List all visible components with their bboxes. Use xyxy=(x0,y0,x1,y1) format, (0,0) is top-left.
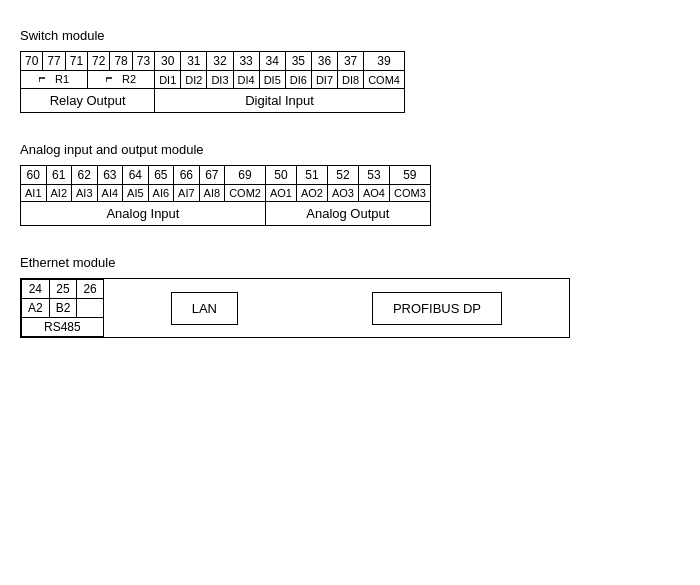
ai3-cell: AI3 xyxy=(72,185,98,202)
cell-34: 34 xyxy=(259,52,285,71)
di5-cell: DI5 xyxy=(259,71,285,89)
ai2-cell: AI2 xyxy=(46,185,72,202)
relay-r2-cell: R2 xyxy=(88,71,155,89)
analog-row3: Analog Input Analog Output xyxy=(21,202,431,226)
cell-37: 37 xyxy=(338,52,364,71)
eth-row2: A2 B2 xyxy=(22,299,103,318)
analog-row2: AI1 AI2 AI3 AI4 AI5 AI6 AI7 AI8 COM2 AO1… xyxy=(21,185,431,202)
ao2-cell: AO2 xyxy=(296,185,327,202)
rs485-label: RS485 xyxy=(22,318,103,337)
com3-cell: COM3 xyxy=(389,185,430,202)
ethernet-module-title: Ethernet module xyxy=(20,255,680,270)
ao3-cell: AO3 xyxy=(327,185,358,202)
lan-box: LAN xyxy=(171,292,238,325)
ai5-cell: AI5 xyxy=(123,185,149,202)
analog-module-title: Analog input and output module xyxy=(20,142,680,157)
switch-row2: R1 R2 DI1 DI2 DI3 DI4 DI5 DI6 DI7 DI8 CO… xyxy=(21,71,405,89)
cell-73: 73 xyxy=(132,52,154,71)
ethernet-right-area: LAN PROFIBUS DP xyxy=(104,279,569,337)
cell-52: 52 xyxy=(327,166,358,185)
di1-cell: DI1 xyxy=(155,71,181,89)
cell-25: 25 xyxy=(49,280,77,299)
cell-32: 32 xyxy=(207,52,233,71)
cell-64: 64 xyxy=(123,166,149,185)
ai1-cell: AI1 xyxy=(21,185,47,202)
ethernet-module-section: Ethernet module 24 25 26 A2 B2 RS485 xyxy=(20,255,680,338)
com4-cell: COM4 xyxy=(364,71,405,89)
cell-33: 33 xyxy=(233,52,259,71)
com2-cell: COM2 xyxy=(225,185,266,202)
cell-72: 72 xyxy=(88,52,110,71)
ethernet-outer-box: 24 25 26 A2 B2 RS485 LAN PROFIBUS DP xyxy=(20,278,570,338)
cell-61: 61 xyxy=(46,166,72,185)
cell-77: 77 xyxy=(43,52,65,71)
di3-cell: DI3 xyxy=(207,71,233,89)
switch-module-table-wrapper: 70 77 71 72 78 73 30 31 32 33 34 35 36 3… xyxy=(20,51,405,119)
cell-62: 62 xyxy=(72,166,98,185)
cell-51: 51 xyxy=(296,166,327,185)
analog-module-table: 60 61 62 63 64 65 66 67 69 50 51 52 53 5… xyxy=(20,165,431,226)
eth-row3: RS485 xyxy=(22,318,103,337)
relay-output-label: Relay Output xyxy=(21,89,155,113)
relay-r1-cell: R1 xyxy=(21,71,88,89)
analog-row1: 60 61 62 63 64 65 66 67 69 50 51 52 53 5… xyxy=(21,166,431,185)
cell-35: 35 xyxy=(285,52,311,71)
cell-63: 63 xyxy=(97,166,123,185)
cell-60: 60 xyxy=(21,166,47,185)
cell-30: 30 xyxy=(155,52,181,71)
cell-50: 50 xyxy=(265,166,296,185)
cell-31: 31 xyxy=(181,52,207,71)
ethernet-left-table: 24 25 26 A2 B2 RS485 xyxy=(21,279,103,337)
cell-65: 65 xyxy=(148,166,174,185)
switch-module-table: 70 77 71 72 78 73 30 31 32 33 34 35 36 3… xyxy=(20,51,405,113)
analog-output-label: Analog Output xyxy=(265,202,430,226)
ai6-cell: AI6 xyxy=(148,185,174,202)
cell-26: 26 xyxy=(77,280,103,299)
switch-row3: Relay Output Digital Input xyxy=(21,89,405,113)
cell-67: 67 xyxy=(199,166,225,185)
switch-row1: 70 77 71 72 78 73 30 31 32 33 34 35 36 3… xyxy=(21,52,405,71)
digital-input-label: Digital Input xyxy=(155,89,405,113)
switch-module-title: Switch module xyxy=(20,28,680,43)
cell-59: 59 xyxy=(389,166,430,185)
cell-78: 78 xyxy=(110,52,132,71)
cell-71: 71 xyxy=(65,52,87,71)
ai8-cell: AI8 xyxy=(199,185,225,202)
cell-70: 70 xyxy=(21,52,43,71)
di7-cell: DI7 xyxy=(311,71,337,89)
analog-input-label: Analog Input xyxy=(21,202,266,226)
switch-module-section: Switch module 70 77 71 72 78 73 30 31 32… xyxy=(20,28,680,122)
cell-66: 66 xyxy=(174,166,200,185)
di8-cell: DI8 xyxy=(338,71,364,89)
ao4-cell: AO4 xyxy=(358,185,389,202)
di6-cell: DI6 xyxy=(285,71,311,89)
analog-module-table-wrapper: 60 61 62 63 64 65 66 67 69 50 51 52 53 5… xyxy=(20,165,431,232)
profibus-box: PROFIBUS DP xyxy=(372,292,502,325)
cell-69: 69 xyxy=(225,166,266,185)
ethernet-rs485-area: 24 25 26 A2 B2 RS485 xyxy=(21,279,104,337)
eth-a2-cell: A2 xyxy=(22,299,50,318)
ao1-cell: AO1 xyxy=(265,185,296,202)
eth-row1: 24 25 26 xyxy=(22,280,103,299)
cell-53: 53 xyxy=(358,166,389,185)
di2-cell: DI2 xyxy=(181,71,207,89)
eth-b2-cell: B2 xyxy=(49,299,77,318)
cell-24: 24 xyxy=(22,280,50,299)
eth-empty-cell xyxy=(77,299,103,318)
ai4-cell: AI4 xyxy=(97,185,123,202)
analog-module-section: Analog input and output module 60 61 62 … xyxy=(20,142,680,235)
cell-39: 39 xyxy=(364,52,405,71)
di4-cell: DI4 xyxy=(233,71,259,89)
cell-36: 36 xyxy=(311,52,337,71)
ai7-cell: AI7 xyxy=(174,185,200,202)
